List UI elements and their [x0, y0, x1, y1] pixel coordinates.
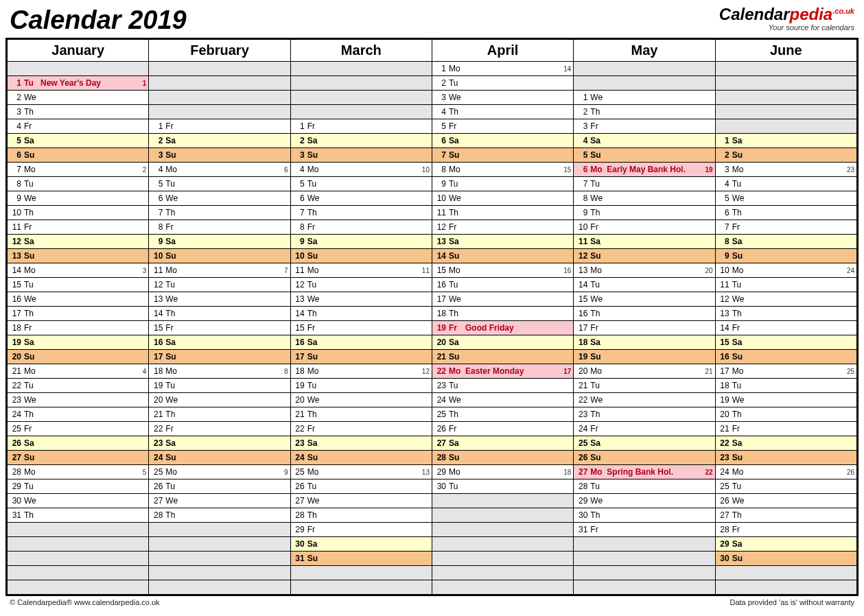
- day-of-week: Sa: [307, 438, 324, 448]
- day-number: 13: [576, 265, 590, 275]
- day-of-week: Th: [732, 208, 749, 217]
- week-number: 2: [143, 166, 147, 174]
- day-number: 21: [576, 381, 590, 390]
- day-of-week: We: [165, 496, 182, 506]
- day-of-week: Su: [24, 352, 40, 362]
- day-of-week: Fr: [307, 525, 324, 534]
- brand-name-black: Calendar: [719, 5, 790, 23]
- day-of-week: Tu: [24, 381, 40, 390]
- day-number: 8: [10, 179, 24, 189]
- day-of-week: We: [24, 395, 40, 405]
- day-of-week: Fr: [24, 222, 40, 232]
- day-number: 16: [576, 309, 590, 318]
- day-of-week: Th: [24, 309, 40, 318]
- day-cell: 23Sa: [149, 436, 290, 451]
- day-of-week: Th: [590, 107, 607, 117]
- day-of-week: Fr: [449, 424, 465, 434]
- day-number: 5: [294, 179, 307, 189]
- day-of-week: Fr: [732, 424, 749, 434]
- day-number: 10: [294, 251, 307, 261]
- day-number: 29: [10, 482, 24, 491]
- day-of-week: Th: [307, 208, 324, 217]
- day-number: 1: [435, 64, 449, 73]
- month-header: April: [432, 40, 573, 62]
- day-of-week: Mo: [24, 265, 40, 275]
- day-of-week: We: [307, 193, 324, 203]
- day-of-week: Fr: [24, 323, 40, 333]
- day-cell: [715, 62, 856, 76]
- day-of-week: We: [307, 294, 324, 304]
- day-of-week: Su: [24, 251, 40, 261]
- page-title: Calendar 2019: [10, 5, 187, 35]
- week-number: 9: [284, 469, 288, 476]
- day-cell: 19FrGood Friday: [432, 321, 573, 335]
- day-of-week: Su: [449, 352, 465, 362]
- day-number: 11: [10, 222, 24, 232]
- day-number: 23: [719, 453, 732, 462]
- day-of-week: Th: [590, 510, 607, 520]
- day-cell: 7Tu: [574, 177, 715, 191]
- day-of-week: Mo: [590, 366, 607, 376]
- day-number: 27: [719, 510, 732, 520]
- day-cell: 12Su: [574, 249, 715, 263]
- day-number: 15: [152, 323, 165, 333]
- day-cell: 9Sa: [149, 235, 290, 249]
- day-cell: 10Fr: [574, 220, 715, 235]
- day-number: 12: [152, 280, 165, 289]
- day-of-week: Su: [165, 150, 182, 160]
- day-number: 17: [10, 309, 24, 318]
- day-of-week: Fr: [165, 424, 182, 434]
- day-number: 4: [294, 165, 307, 174]
- day-of-week: Mo: [449, 366, 465, 376]
- day-cell: 14Th: [290, 307, 432, 321]
- day-of-week: Fr: [590, 424, 607, 434]
- day-of-week: Su: [732, 150, 749, 160]
- day-cell: [432, 537, 573, 552]
- day-number: 24: [435, 395, 449, 405]
- week-number: 17: [563, 368, 571, 375]
- day-of-week: Sa: [732, 237, 749, 246]
- day-cell: [715, 566, 856, 580]
- day-cell: 2Sa: [149, 134, 290, 148]
- day-of-week: Sa: [590, 237, 607, 246]
- day-of-week: Su: [449, 150, 465, 160]
- week-number: 4: [143, 368, 147, 375]
- day-of-week: Sa: [449, 136, 465, 145]
- day-of-week: Tu: [307, 179, 324, 189]
- day-of-week: Fr: [732, 222, 749, 232]
- day-of-week: Tu: [590, 482, 607, 491]
- day-cell: 14Th: [149, 307, 290, 321]
- day-cell: 16We: [8, 292, 149, 307]
- day-cell: 24Su: [149, 451, 290, 465]
- day-number: 23: [294, 438, 307, 448]
- day-cell: [574, 552, 715, 566]
- day-of-week: Th: [307, 510, 324, 520]
- day-number: 8: [719, 237, 732, 246]
- day-cell: 27We: [290, 494, 432, 508]
- day-of-week: Mo: [165, 467, 182, 477]
- day-cell: 11Mo7: [149, 263, 290, 278]
- day-number: 27: [10, 453, 24, 462]
- day-of-week: Mo: [307, 467, 324, 477]
- day-number: 24: [10, 410, 24, 419]
- day-of-week: Sa: [590, 438, 607, 448]
- day-number: 7: [294, 208, 307, 217]
- week-number: 6: [284, 166, 288, 174]
- day-of-week: Sa: [24, 136, 40, 145]
- day-cell: 28Fr: [715, 523, 856, 537]
- day-cell: [715, 105, 856, 119]
- day-cell: 10Th: [8, 206, 149, 220]
- day-number: 28: [294, 510, 307, 520]
- day-cell: 1Fr: [149, 119, 290, 134]
- day-of-week: Sa: [307, 136, 324, 145]
- day-number: 10: [719, 265, 732, 275]
- month-header: June: [715, 40, 856, 62]
- day-cell: 26Fr: [432, 422, 573, 436]
- day-cell: 8Sa: [715, 235, 856, 249]
- day-cell: 1Mo14: [432, 62, 573, 76]
- day-cell: 12Sa: [8, 235, 149, 249]
- day-number: 21: [435, 352, 449, 362]
- day-of-week: Fr: [590, 222, 607, 232]
- day-number: 14: [435, 251, 449, 261]
- day-of-week: Sa: [307, 539, 324, 549]
